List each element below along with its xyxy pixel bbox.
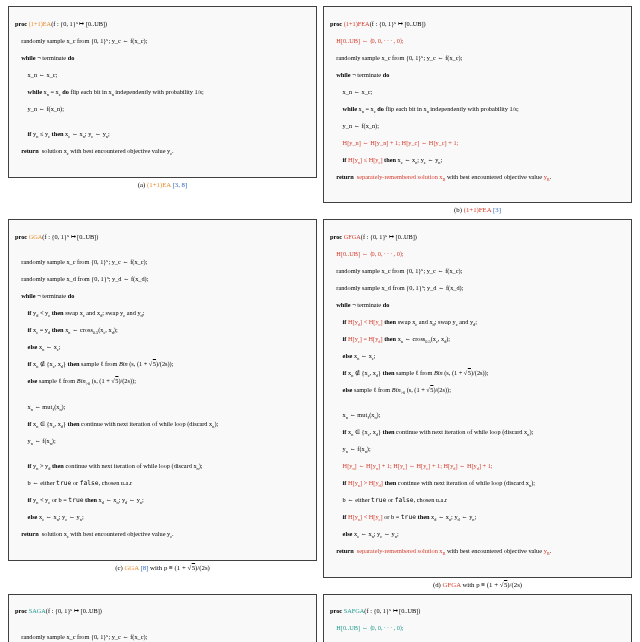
caption-c: (c) GGA [8] with p ≡ (1 + √5)/(2s) xyxy=(8,561,317,575)
caption-d: (d) GFGA with p ≡ (1 + √5)/(2s) xyxy=(323,578,632,592)
cell-c: proc GGA(f : {0, 1}ˢ ↦ [0..UB]) randomly… xyxy=(8,219,317,592)
caption-a-cite: [3, 8] xyxy=(171,181,187,188)
caption-a: (a) (1+1)EA [3, 8] xyxy=(8,178,317,192)
box-b: proc (1+1)FEA(f : {0, 1}ˢ ↦ [0..UB]) H[0… xyxy=(323,6,632,203)
box-d: proc GFGA(f : {0, 1}ˢ ↦ [0..UB]) H[0..UB… xyxy=(323,219,632,578)
cell-f: proc SAFGA(f : {0, 1}ˢ ↦ [0..UB]) H[0..U… xyxy=(323,594,632,643)
caption-b-cite: [3] xyxy=(491,206,501,213)
algo-name-f: SAFGA xyxy=(344,607,365,614)
cell-a: proc (1+1)EA(f : {0, 1}ˢ ↦ [0..UB]) rand… xyxy=(8,6,317,217)
algo-name-d: GFGA xyxy=(344,233,361,240)
caption-c-cite: [8] xyxy=(139,564,149,571)
box-f: proc SAFGA(f : {0, 1}ˢ ↦ [0..UB]) H[0..U… xyxy=(323,594,632,643)
caption-c-tail: with p ≡ (1 + √5)/(2s) xyxy=(148,564,209,571)
caption-b-name: (1+1)FEA xyxy=(464,206,492,213)
box-a: proc (1+1)EA(f : {0, 1}ˢ ↦ [0..UB]) rand… xyxy=(8,6,317,178)
code-line: H[0..UB] ← ⟨0, 0, · · · , 0⟩; xyxy=(330,37,625,46)
cell-b: proc (1+1)FEA(f : {0, 1}ˢ ↦ [0..UB]) H[0… xyxy=(323,6,632,217)
caption-b: (b) (1+1)FEA [3] xyxy=(323,203,632,217)
figure-grid: proc (1+1)EA(f : {0, 1}ˢ ↦ [0..UB]) rand… xyxy=(8,6,632,642)
sig: (f : {0, 1}ˢ ↦ [0..UB]) xyxy=(51,20,107,27)
box-e: proc SAGA(f : {0, 1}ˢ ↦ [0..UB]) randoml… xyxy=(8,594,317,643)
box-c: proc GGA(f : {0, 1}ˢ ↦ [0..UB]) randomly… xyxy=(8,219,317,561)
cell-e: proc SAGA(f : {0, 1}ˢ ↦ [0..UB]) randoml… xyxy=(8,594,317,643)
algo-name-e: SAGA xyxy=(29,607,46,614)
code-line: x_n ← x_c; xyxy=(15,71,310,80)
algo-name-c: GGA xyxy=(29,233,43,240)
caption-d-name: GFGA xyxy=(443,581,461,588)
algo-name-b: (1+1)FEA xyxy=(344,20,370,27)
code-line: randomly sample x_c from {0, 1}ˢ; y_c ← … xyxy=(15,37,310,46)
caption-a-name: (1+1)EA xyxy=(147,181,171,188)
algo-name-a: (1+1)EA xyxy=(29,20,51,27)
code-line: y_n ← f(x_n); xyxy=(15,105,310,114)
cell-d: proc GFGA(f : {0, 1}ˢ ↦ [0..UB]) H[0..UB… xyxy=(323,219,632,592)
caption-d-tail: with p ≡ (1 + √5)/(2s) xyxy=(461,581,522,588)
caption-c-name: GGA xyxy=(124,564,138,571)
proc-kw: proc xyxy=(15,20,29,27)
